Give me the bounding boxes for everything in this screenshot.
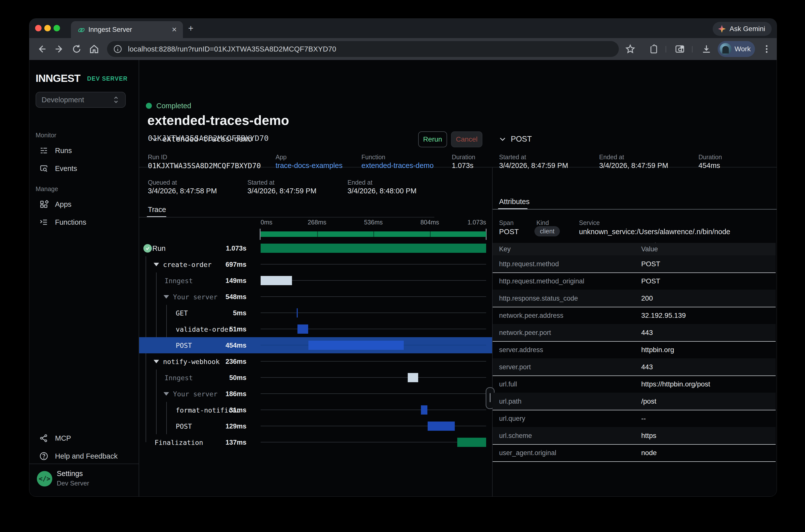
trace-row-validate-order[interactable]: validate-order51ms (139, 321, 492, 337)
row-gridline (261, 264, 486, 265)
field-label: App (276, 154, 286, 161)
trace-row-get[interactable]: GET5ms (139, 305, 492, 321)
attributes-table: Key Value http.request.methodPOSThttp.re… (493, 243, 775, 461)
close-window-button[interactable] (35, 25, 41, 31)
sidebar-item-mcp[interactable]: MCP (36, 431, 130, 445)
minimap-divider (373, 231, 374, 237)
span-bar[interactable] (308, 341, 404, 350)
trace-row-run[interactable]: Run1.073s (139, 240, 492, 256)
tab-trace[interactable]: Trace (148, 206, 166, 214)
sidebar-item-label: Apps (55, 200, 72, 209)
attribute-row-url.full[interactable]: url.fullhttps://httpbin.org/post (493, 376, 775, 393)
minimize-window-button[interactable] (44, 25, 51, 31)
rerun-button[interactable]: Rerun (418, 131, 447, 147)
trace-row-create-order[interactable]: create-order697ms (139, 256, 492, 272)
ask-gemini-button[interactable]: Ask Gemini (713, 22, 772, 36)
menu-dots-icon[interactable] (761, 43, 772, 55)
bookmark-star-icon[interactable] (625, 43, 636, 55)
environment-select[interactable]: Development (36, 92, 126, 108)
attribute-row-network.peer.address[interactable]: network.peer.address32.192.95.139 (493, 307, 775, 324)
attribute-row-server.port[interactable]: server.port443 (493, 358, 775, 376)
function-link[interactable]: extended-traces-demo (361, 162, 434, 170)
trace-row-your-server[interactable]: Your server548ms (139, 289, 492, 305)
profile-chip[interactable]: Work (718, 41, 755, 57)
attribute-row-http.request.method_original[interactable]: http.request.method_originalPOST (493, 272, 775, 290)
trace-row-post[interactable]: POST129ms (139, 418, 492, 434)
trace-row-inngest[interactable]: Inngest149ms (139, 272, 492, 289)
span-bar[interactable] (457, 438, 486, 447)
sidebar-item-apps[interactable]: Apps (36, 197, 130, 211)
attribute-key: user_agent.original (499, 449, 556, 457)
extensions-icon[interactable] (648, 43, 659, 55)
span-bar[interactable] (428, 421, 455, 431)
url-bar[interactable]: localhost:8288/run?runID=01KJXTWA35SA8D2… (107, 41, 619, 57)
attribute-row-http.request.method[interactable]: http.request.methodPOST (493, 255, 775, 273)
span-bar[interactable] (261, 276, 292, 285)
download-icon[interactable] (701, 43, 712, 55)
apps-grid-icon (39, 200, 49, 209)
expand-arrow-icon[interactable] (154, 263, 159, 266)
run-card-name[interactable]: extended-traces-demo (162, 135, 252, 143)
sidebar-item-runs[interactable]: Runs (36, 144, 130, 157)
attribute-row-http.response.status_code[interactable]: http.response.status_code200 (493, 290, 775, 307)
cancel-button[interactable]: Cancel (451, 131, 482, 147)
app-link[interactable]: trace-docs-examples (276, 162, 342, 170)
attribute-row-url.scheme[interactable]: url.schemehttps (493, 427, 775, 445)
section-manage-label: Manage (36, 185, 58, 193)
attribute-row-network.peer.port[interactable]: network.peer.port443 (493, 324, 775, 342)
row-gridline (261, 377, 486, 378)
maximize-window-button[interactable] (54, 25, 60, 31)
attribute-key: server.port (499, 363, 531, 371)
span-duration: 454ms (202, 341, 246, 349)
field-label: Duration (452, 154, 475, 161)
reload-icon[interactable] (71, 43, 82, 55)
trace-row-notify-webhook[interactable]: notify-webhook236ms (139, 353, 492, 369)
expand-arrow-icon[interactable] (164, 295, 169, 299)
attribute-row-url.path[interactable]: url.path/post (493, 393, 775, 410)
span-bar[interactable] (297, 324, 308, 334)
span-bar[interactable] (261, 244, 486, 253)
settings-item[interactable]: </> Settings Dev Server (30, 463, 139, 496)
field-value: 3/4/2026, 8:47:59 PM (247, 187, 316, 195)
sidebar-item-events[interactable]: Events (36, 162, 130, 175)
sidebar-item-help[interactable]: Help and Feedback (36, 449, 130, 463)
span-duration: 1.073s (202, 244, 246, 252)
trace-row-your-server[interactable]: Your server186ms (139, 386, 492, 402)
home-icon[interactable] (89, 43, 99, 55)
expand-arrow-icon[interactable] (154, 360, 159, 363)
span-bar[interactable] (297, 308, 298, 318)
browser-tab[interactable]: Inngest Server ✕ (71, 21, 183, 38)
trace-row-inngest[interactable]: Inngest50ms (139, 369, 492, 386)
new-tab-button[interactable]: + (188, 23, 193, 34)
span-bar[interactable] (421, 405, 427, 415)
trace-row-post[interactable]: POST454ms (139, 337, 492, 353)
collapse-chevron-icon[interactable] (151, 136, 158, 142)
attribute-value: node (641, 449, 657, 457)
sidebar-item-functions[interactable]: Functions (36, 215, 130, 229)
attribute-row-url.query[interactable]: url.query-- (493, 410, 775, 428)
row-gridline (261, 410, 486, 410)
attribute-key: url.full (499, 380, 517, 388)
trace-row-format-notifica-[interactable]: format-notifica…31ms (139, 402, 492, 418)
inngest-logo: INNGEST (36, 72, 80, 84)
site-info-icon[interactable] (113, 44, 123, 54)
browser-window: Inngest Server ✕ + Ask Gemini localhost:… (30, 19, 776, 496)
forward-icon[interactable] (54, 43, 65, 55)
completed-check-icon (143, 244, 152, 252)
search-tabs-icon[interactable] (675, 43, 686, 55)
tab-attributes[interactable]: Attributes (499, 197, 530, 206)
dev-server-badge: DEV SERVER (87, 75, 128, 82)
column-header-value: Value (641, 245, 658, 253)
span-collapse-chevron-icon[interactable] (499, 136, 507, 142)
expand-arrow-icon[interactable] (164, 392, 169, 396)
trace-row-finalization[interactable]: Finalization137ms (139, 434, 492, 450)
attribute-row-user_agent.original[interactable]: user_agent.originalnode (493, 444, 775, 462)
attribute-row-server.address[interactable]: server.addresshttpbin.org (493, 341, 775, 359)
attribute-key: network.peer.address (499, 311, 563, 319)
back-icon[interactable] (36, 43, 47, 55)
attributes-table-header: Key Value (493, 243, 775, 255)
timeline-minimap[interactable] (261, 231, 486, 237)
span-bar[interactable] (408, 373, 418, 382)
tab-close-icon[interactable]: ✕ (171, 26, 177, 34)
url-text: localhost:8288/run?runID=01KJXTWA35SA8D2… (128, 45, 336, 53)
